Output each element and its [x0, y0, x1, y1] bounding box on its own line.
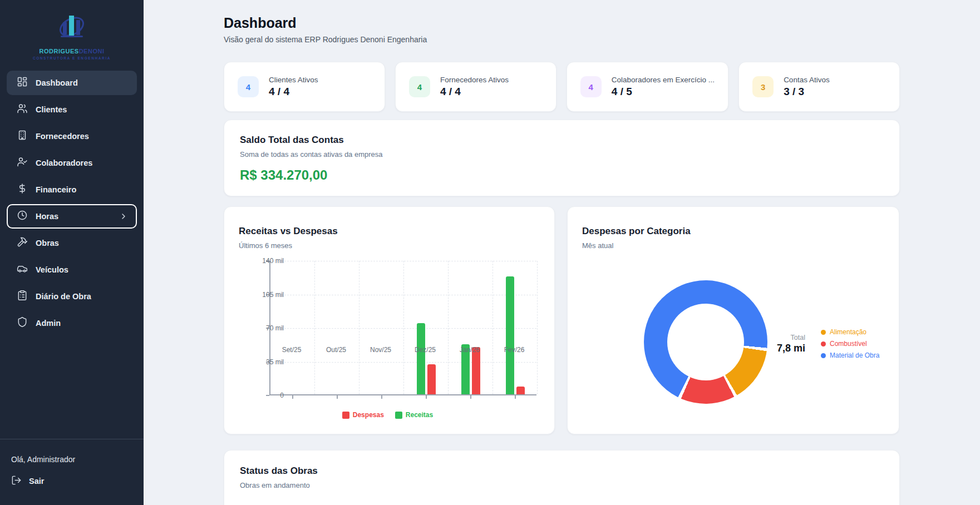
y-tick-label: 0 — [250, 392, 284, 399]
bar-group-Fev-26 — [506, 276, 525, 394]
shield-icon — [17, 316, 28, 329]
donut-center-text: Total 7,8 mi — [733, 334, 805, 354]
legend-dot — [821, 330, 826, 335]
sidebar-item-label: Veículos — [36, 265, 68, 274]
sidebar-item-admin[interactable]: Admin — [7, 311, 137, 335]
x-tick — [381, 395, 382, 399]
stat-value: 4 / 5 — [612, 86, 715, 98]
car-icon — [17, 263, 28, 276]
donut-chart-legend: AlimentaçãoCombustívelMaterial de Obra — [821, 328, 879, 359]
stat-value: 3 / 3 — [784, 86, 830, 98]
bar-chart-plot — [269, 261, 536, 395]
status-title: Status das Obras — [240, 466, 884, 477]
legend-label: Despesas — [353, 411, 384, 419]
legend-label: Alimentação — [830, 328, 866, 336]
legend-dot — [821, 341, 826, 346]
stat-card-contas-ativos: 3Contas Ativos3 / 3 — [738, 62, 900, 112]
legend-item-combustível: Combustível — [821, 340, 879, 348]
legend-swatch — [342, 412, 349, 419]
bar-chart-subtitle: Últimos 6 meses — [239, 241, 540, 250]
x-tick-label: Set/25 — [269, 346, 314, 354]
bar-receitas — [506, 276, 514, 394]
sidebar-item-clientes[interactable]: Clientes — [7, 97, 137, 122]
gridline — [314, 261, 315, 394]
x-tick — [426, 395, 427, 399]
bar-chart-legend: DespesasReceitas — [239, 411, 536, 419]
gridline — [403, 261, 404, 394]
sidebar-item-label: Financeiro — [36, 185, 76, 194]
logout-button[interactable]: Sair — [11, 475, 132, 487]
gridline — [537, 261, 538, 394]
sidebar-item-diario-de-obra[interactable]: Diário de Obra — [7, 284, 137, 309]
main-content: Dashboard Visão geral do sistema ERP Rod… — [144, 0, 980, 505]
sidebar-item-label: Horas — [36, 212, 58, 221]
balance-card: Saldo Total das Contas Soma de todas as … — [224, 120, 900, 196]
stat-value: 4 / 4 — [440, 86, 509, 98]
stat-badge: 3 — [752, 76, 774, 97]
bar-chart-card: Receitas vs Despesas Últimos 6 meses 140… — [224, 206, 555, 434]
sidebar-footer: Olá, Administrador Sair — [0, 439, 144, 505]
clipboard-icon — [17, 290, 28, 303]
stat-label: Colaboradores em Exercício ... — [612, 76, 715, 84]
logo-text: RODRIGUESDENONI CONSTRUTORA E ENGENHARIA — [33, 48, 111, 61]
sidebar-item-obras[interactable]: Obras — [7, 231, 137, 255]
sidebar-item-dashboard[interactable]: Dashboard — [7, 71, 137, 95]
sidebar-item-label: Fornecedores — [36, 132, 89, 141]
sidebar-item-label: Dashboard — [36, 78, 78, 87]
gridline — [448, 261, 449, 394]
brand-tagline: CONSTRUTORA E ENGENHARIA — [33, 56, 111, 61]
sidebar-item-colaboradores[interactable]: Colaboradores — [7, 151, 137, 175]
bar-despesas — [472, 347, 480, 394]
hammer-icon — [17, 236, 28, 249]
page-subtitle: Visão geral do sistema ERP Rodrigues Den… — [224, 35, 900, 44]
x-tick-label: Fev/26 — [492, 346, 536, 354]
user-greeting: Olá, Administrador — [11, 455, 132, 464]
brand-primary: RODRIGUES — [40, 48, 79, 55]
legend-item-despesas: Despesas — [342, 411, 384, 419]
sidebar-item-financeiro[interactable]: Financeiro — [7, 177, 137, 202]
legend-label: Receitas — [406, 411, 433, 419]
x-tick — [515, 395, 516, 399]
company-logo: RODRIGUESDENONI CONSTRUTORA E ENGENHARIA — [0, 0, 144, 61]
sidebar-item-label: Admin — [36, 319, 61, 328]
chevron-right-icon — [119, 212, 128, 221]
y-tick-label: 105 mil — [250, 291, 284, 299]
donut-total-value: 7,8 mi — [733, 343, 805, 354]
y-tick-label: 140 mil — [250, 257, 284, 265]
stat-label: Clientes Ativos — [269, 76, 318, 84]
users-icon — [17, 103, 28, 116]
stats-row: 4Clientes Ativos4 / 44Fornecedores Ativo… — [224, 62, 900, 112]
dashboard-icon — [17, 76, 28, 89]
page-title: Dashboard — [224, 15, 900, 31]
dollar-icon — [17, 183, 28, 196]
x-tick — [292, 395, 293, 399]
bar-despesas — [516, 387, 525, 394]
sidebar-nav: DashboardClientesFornecedoresColaborador… — [0, 71, 144, 338]
buildings-logo-icon — [53, 12, 90, 47]
bar-receitas — [417, 323, 425, 394]
status-card: Status das Obras Obras em andamento Refo… — [224, 450, 900, 505]
legend-item-material-de-obra: Material de Obra — [821, 351, 879, 359]
sidebar-item-horas[interactable]: Horas — [7, 204, 137, 229]
x-tick-label: Nov/25 — [358, 346, 403, 354]
y-tick-label: 35 mil — [250, 358, 284, 366]
stat-label: Fornecedores Ativos — [440, 76, 509, 84]
donut-chart: Total 7,8 mi — [644, 280, 767, 404]
balance-subtitle: Soma de todas as contas ativas da empres… — [240, 150, 884, 159]
balance-value: R$ 334.270,00 — [240, 167, 884, 183]
stat-badge: 4 — [409, 76, 430, 97]
sidebar-item-fornecedores[interactable]: Fornecedores — [7, 124, 137, 148]
legend-label: Combustível — [830, 340, 867, 348]
sidebar-item-label: Diário de Obra — [36, 292, 91, 301]
logout-label: Sair — [29, 477, 44, 486]
legend-label: Material de Obra — [830, 351, 879, 359]
legend-item-alimentação: Alimentação — [821, 328, 879, 336]
bar-chart-title: Receitas vs Despesas — [239, 226, 540, 237]
sidebar-item-veiculos[interactable]: Veículos — [7, 258, 137, 282]
donut-total-label: Total — [733, 334, 805, 341]
balance-title: Saldo Total das Contas — [240, 135, 884, 146]
sidebar: RODRIGUESDENONI CONSTRUTORA E ENGENHARIA… — [0, 0, 144, 505]
stat-label: Contas Ativos — [784, 76, 830, 84]
y-tick-label: 70 mil — [250, 324, 284, 332]
bar-despesas — [427, 364, 436, 394]
